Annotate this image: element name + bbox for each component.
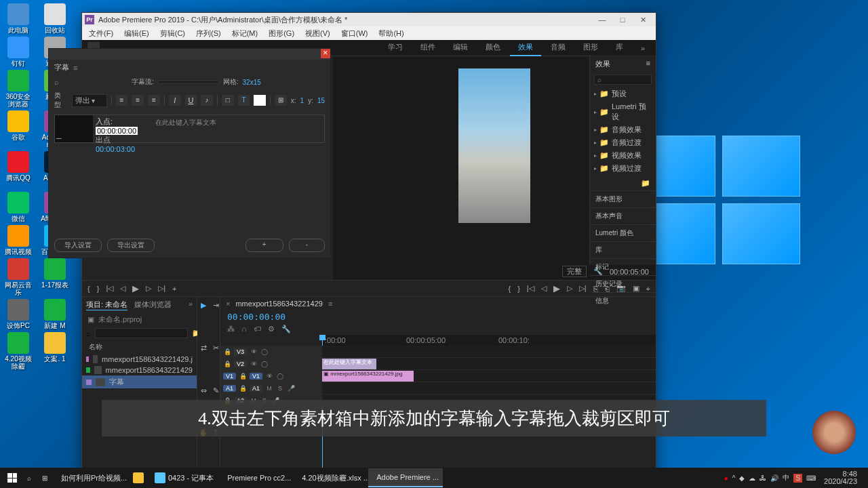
go-out-button[interactable]: ▷| xyxy=(158,284,165,293)
lock-icon[interactable]: 🔒 xyxy=(223,361,231,367)
italic-button[interactable]: I xyxy=(169,95,181,106)
track-body[interactable]: ▣ mmexport1586343221429.jpg xyxy=(322,370,656,382)
preview-canvas[interactable] xyxy=(458,68,530,223)
taskbar-task[interactable]: 0423 - 记事本 xyxy=(149,468,219,487)
align-center-button[interactable]: ≡ xyxy=(132,95,144,106)
selection-tool[interactable]: ▶ xyxy=(199,301,208,310)
text-color-button[interactable]: T xyxy=(238,95,250,106)
side-panel[interactable]: 信息 xyxy=(590,292,656,309)
task-view-button[interactable]: ⊞ xyxy=(37,468,53,487)
sync-icon[interactable]: ◯ xyxy=(260,348,269,355)
track-body[interactable] xyxy=(322,382,656,394)
menu-item[interactable]: 标记(M) xyxy=(228,27,262,40)
mark-out-button[interactable]: } xyxy=(97,285,100,293)
marker-icon[interactable]: 🏷 xyxy=(254,325,261,333)
more-workspaces[interactable]: » xyxy=(635,44,650,52)
step-fwd2-button[interactable]: ▷ xyxy=(567,284,572,293)
eye-icon[interactable]: 👁 xyxy=(265,373,273,380)
out-timecode[interactable]: 00:00:03:00 xyxy=(96,145,135,153)
stream-select[interactable] xyxy=(158,81,219,83)
tray-keyboard-icon[interactable]: ⌨ xyxy=(806,474,816,482)
lock-icon[interactable]: 🔒 xyxy=(223,348,231,355)
lock-icon[interactable]: 🔒 xyxy=(239,385,247,392)
effects-folder[interactable]: ▸📁音频效果 xyxy=(590,123,656,136)
step-fwd-button[interactable]: ▷ xyxy=(146,284,151,293)
side-panel[interactable]: 标记 xyxy=(590,258,656,275)
menu-item[interactable]: 图形(G) xyxy=(264,27,298,40)
snap-icon[interactable]: ⁂ xyxy=(227,325,235,333)
eye-icon[interactable]: 👁 xyxy=(250,361,258,367)
lock-icon[interactable]: 🔒 xyxy=(239,373,247,380)
pen-tool[interactable]: ✎ xyxy=(211,386,220,396)
align-right-button[interactable]: ≡ xyxy=(148,95,160,106)
workspace-tab[interactable]: 颜色 xyxy=(477,39,509,56)
project-item[interactable]: mmexport1586343221429.j xyxy=(82,354,197,365)
effects-search[interactable]: ⌕ xyxy=(594,75,652,85)
desktop-icon[interactable]: 新建 M xyxy=(40,299,70,329)
remove-subtitle-button[interactable]: - xyxy=(289,239,325,252)
search-button[interactable]: ⌕ xyxy=(22,468,37,487)
wrench-icon[interactable]: 🔧 xyxy=(281,325,291,333)
slip-tool[interactable]: ⇔ xyxy=(199,386,208,396)
tray-record-icon[interactable]: ● xyxy=(724,474,728,482)
quality-select[interactable]: 完整 xyxy=(562,266,587,277)
side-panel[interactable]: Lumetri 颜色 xyxy=(590,224,656,241)
workspace-tab[interactable]: 编辑 xyxy=(445,39,476,56)
effects-folder[interactable]: ▸📁视频过渡 xyxy=(590,162,656,175)
tray-cloud-icon[interactable]: ☁ xyxy=(749,474,755,482)
mic-icon[interactable]: 🎤 xyxy=(287,385,295,392)
solo-icon[interactable]: S xyxy=(276,385,284,392)
more-tabs[interactable]: » xyxy=(189,300,193,310)
desktop-icon[interactable]: 腾讯视频 xyxy=(3,225,33,256)
taskbar-task[interactable]: Premiere Pro cc2... xyxy=(219,468,294,487)
mute-icon[interactable]: M xyxy=(265,385,273,392)
in-timecode[interactable]: 00:00:00:00 xyxy=(96,127,138,135)
timeline-ruler[interactable]: :00:00 00:00:05:00 00:00:10: xyxy=(322,335,656,346)
titlebar[interactable]: Pr Adobe Premiere Pro 2019 - C:\用户\Admin… xyxy=(82,13,656,26)
workspace-tab[interactable]: 图形 xyxy=(575,39,606,56)
step-back2-button[interactable]: ◁ xyxy=(541,284,547,293)
desktop-icon[interactable]: 谷歌 xyxy=(3,110,33,148)
export-settings-button[interactable]: 导出设置 xyxy=(107,239,155,252)
search-icon[interactable]: ⌕ xyxy=(54,78,62,86)
taskbar-task[interactable]: 如何利用Pr给视频... xyxy=(53,468,127,487)
mark-in2-button[interactable]: { xyxy=(508,285,511,293)
tray-chevron-up-icon[interactable]: ^ xyxy=(732,474,736,482)
effects-folder[interactable]: ▸📁Lumetri 预设 xyxy=(590,100,656,123)
project-search-input[interactable] xyxy=(95,328,188,338)
tray-network-icon[interactable]: 🖧 xyxy=(760,474,766,482)
desktop-icon[interactable]: 微信 xyxy=(3,192,33,222)
new-bin-icon[interactable]: 📁 xyxy=(641,179,650,187)
workspace-tab[interactable]: 库 xyxy=(608,39,631,56)
text-bg-button[interactable]: □ xyxy=(222,95,234,106)
track-target[interactable]: A1 xyxy=(250,385,262,392)
side-panel[interactable]: 库 xyxy=(590,241,656,258)
sequence-name[interactable]: mmexport1586343221429 xyxy=(235,300,322,308)
panel-close-button[interactable]: ✕ xyxy=(321,49,330,58)
menu-item[interactable]: 序列(S) xyxy=(192,27,225,40)
side-panel[interactable]: 基本声音 xyxy=(590,207,656,224)
track-body[interactable]: 在此处键入字幕文本 xyxy=(322,358,656,369)
minimize-button[interactable]: — xyxy=(592,14,612,26)
source-patch[interactable]: V1 xyxy=(223,373,236,380)
add-button[interactable]: + xyxy=(172,285,176,293)
desktop-icon[interactable]: 钉钉 xyxy=(3,37,33,67)
desktop-icon[interactable]: 此电脑 xyxy=(3,3,33,34)
menu-item[interactable]: 视图(V) xyxy=(301,27,334,40)
menu-item[interactable]: 剪辑(C) xyxy=(156,27,189,40)
desktop-icon[interactable]: 设饰PC xyxy=(3,299,33,329)
effects-folder[interactable]: ▸📁音频过渡 xyxy=(590,136,656,149)
track-body[interactable] xyxy=(322,346,656,357)
desktop-icon[interactable]: 1-17报表 xyxy=(40,258,70,296)
desktop-icon[interactable]: 回收站 xyxy=(40,3,70,34)
desktop-icon[interactable]: 腾讯QQ xyxy=(3,151,33,189)
timeline-timecode[interactable]: 00:00:00:00 xyxy=(220,310,656,323)
eye-icon[interactable]: 👁 xyxy=(250,348,258,355)
menu-item[interactable]: 文件(F) xyxy=(85,27,117,40)
align-left-button[interactable]: ≡ xyxy=(116,95,128,106)
desktop-icon[interactable]: 文案. 1 xyxy=(40,332,70,370)
tray-volume-icon[interactable]: 🔊 xyxy=(770,474,778,482)
subtitle-text-input[interactable]: 在此处键入字幕文本 xyxy=(153,115,324,142)
y-value[interactable]: 15 xyxy=(317,97,325,104)
track-select-tool[interactable]: ⇥ xyxy=(211,301,220,310)
